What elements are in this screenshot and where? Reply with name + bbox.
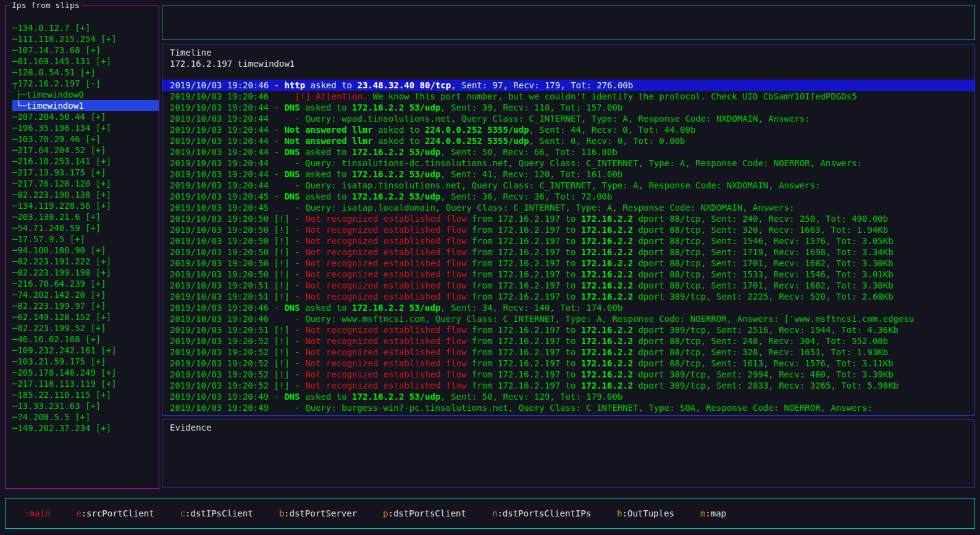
tree-item-ip[interactable]: ─217.76.128.120 [+]: [12, 178, 159, 189]
tree-item-ip[interactable]: ─82.223.190.138 [+]: [12, 189, 159, 200]
timeline-row[interactable]: 2019/10/03 19:20:52 [!] - Not recognized…: [162, 347, 974, 358]
timeline-row[interactable]: 2019/10/03 19:20:46 - DNS asked to 172.1…: [162, 302, 974, 313]
timeline-segment: 2019/10/03 19:20:44 - Query: wpad.tinsol…: [170, 114, 810, 124]
hotkey-n[interactable]: n:dstPortsClientIPs: [492, 508, 591, 518]
tree-item-ip[interactable]: ─216.70.64.239 [+]: [12, 278, 159, 289]
timeline-row[interactable]: 2019/10/03 19:20:44 - Not answered llmr …: [162, 135, 974, 146]
hotkey-label: :map: [705, 508, 726, 518]
timeline-segment: , Sent: 97, Recv: 179, Tot: 276.00b: [451, 80, 633, 90]
timeline-segment: from 172.16.2.197 to: [466, 247, 580, 257]
timeline-row[interactable]: 2019/10/03 19:20:50 [!] - Not recognized…: [162, 258, 974, 269]
timeline-segment: 172.16.2.2: [581, 336, 633, 346]
timeline-row[interactable]: 2019/10/03 19:20:44 - DNS asked to 172.1…: [162, 146, 974, 158]
tree-item-ip[interactable]: ─17.57.9.5 [+]: [12, 234, 159, 245]
timeline-row[interactable]: 2019/10/03 19:20:52 [!] - Not recognized…: [162, 380, 974, 391]
tree-item-ip[interactable]: ─13.33.231.63 [+]: [12, 400, 159, 411]
tree-item-ip[interactable]: ─217.64.204.52 [+]: [12, 145, 159, 156]
timeline-segment: , Sent: 39, Recv: 118, Tot: 157.00b: [440, 103, 622, 112]
timeline-segment: 2019/10/03 19:20:44 -: [170, 147, 284, 157]
timeline-row[interactable]: 2019/10/03 19:20:52 [!] - Not recognized…: [162, 369, 974, 380]
timeline-row[interactable]: 2019/10/03 19:20:50 [!] - Not recognized…: [162, 213, 974, 224]
timeline-row[interactable]: 2019/10/03 19:20:44 - Query: tinsolution…: [162, 158, 974, 169]
tree-item-ip[interactable]: ─82.223.199.97 [+]: [12, 300, 159, 311]
timeline-row[interactable]: 2019/10/03 19:20:45 - Query: isatap.loca…: [162, 202, 974, 213]
tree-item-ip[interactable]: ─216.10.253.141 [+]: [12, 156, 159, 167]
timeline-segment: 224.0.0.252 5355/udp: [425, 125, 529, 135]
timeline-list[interactable]: 2019/10/03 19:20:46 - http asked to 23.4…: [162, 69, 974, 413]
timeline-row[interactable]: 2019/10/03 19:20:46 [!] Attention. We kn…: [162, 91, 974, 102]
tree-item-ip[interactable]: ─128.0.54.51 [+]: [12, 67, 159, 78]
tree-item-ip[interactable]: ─74.202.142.20 [+]: [12, 289, 159, 300]
tree-item-ip[interactable]: ─185.22.110.115 [+]: [12, 389, 159, 400]
timeline-row[interactable]: 2019/10/03 19:20:44 - Not answered llmr …: [162, 124, 974, 135]
timeline-segment: 2019/10/03 19:20:52 [!] -: [170, 358, 305, 368]
timeline-segment: 2019/10/03 19:20:50 [!] -: [170, 247, 305, 257]
timeline-row[interactable]: 2019/10/03 19:20:52 [!] - Not recognized…: [162, 358, 974, 369]
ips-tree[interactable]: ─134.0.12.7 [+]─111.118.215.254 [+]─107.…: [6, 6, 159, 434]
hotkey-letter: c: [180, 508, 185, 518]
tree-item-ip[interactable]: ─109.232.242.161 [+]: [12, 345, 159, 356]
timeline-row[interactable]: 2019/10/03 19:20:50 [!] - Not recognized…: [162, 269, 974, 280]
timeline-row[interactable]: 2019/10/03 19:20:46 - http asked to 23.4…: [162, 80, 974, 91]
timeline-segment: 2019/10/03 19:20:44 -: [170, 103, 284, 112]
timeline-row[interactable]: 2019/10/03 19:20:51 [!] - Not recognized…: [162, 280, 974, 291]
tree-item-ip[interactable]: ─111.118.215.254 [+]: [12, 33, 159, 44]
timeline-segment: 172.16.2.2: [581, 292, 633, 301]
hotkey-c[interactable]: c:dstIPsClient: [180, 508, 253, 518]
timeline-row[interactable]: 2019/10/03 19:20:44 - DNS asked to 172.1…: [162, 102, 974, 113]
tree-item-ip[interactable]: ─196.35.198.134 [+]: [12, 122, 159, 133]
tree-item-timewindow[interactable]: └─timewindow1: [12, 100, 159, 111]
ips-tree-panel: Ips from slips ─134.0.12.7 [+]─111.118.2…: [5, 6, 159, 489]
timeline-row[interactable]: 2019/10/03 19:20:50 [!] - Not recognized…: [162, 246, 974, 258]
timeline-segment: dport 88/tcp, Sent: 1701, Recv: 1682, To…: [633, 258, 893, 268]
timeline-row[interactable]: 2019/10/03 19:20:50 [!] - Not recognized…: [162, 235, 974, 246]
timeline-segment: 172.16.2.2 53/udp: [352, 147, 440, 157]
tree-item-ip[interactable]: ┬172.16.2.197 [-]: [12, 78, 159, 89]
tree-item-ip[interactable]: ─82.223.199.198 [+]: [12, 267, 159, 278]
timeline-row[interactable]: 2019/10/03 19:20:49 - Query: burgess-win…: [162, 402, 974, 413]
timeline-row[interactable]: 2019/10/03 19:20:44 - Query: isatap.tins…: [162, 180, 974, 191]
tree-item-ip[interactable]: ─103.21.59.175 [+]: [12, 356, 159, 367]
hotkey-h[interactable]: h:OutTuples: [617, 508, 674, 518]
timeline-segment: 172.16.2.2: [581, 347, 633, 357]
timeline-row[interactable]: 2019/10/03 19:20:52 [!] - Not recognized…: [162, 335, 974, 347]
hotkey-e[interactable]: e:srcPortClient: [76, 508, 154, 518]
tree-item-ip[interactable]: ─134.119.228.56 [+]: [12, 200, 159, 211]
tree-item-ip[interactable]: ─94.100.180.90 [+]: [12, 245, 159, 256]
tree-item-ip[interactable]: ─207.204.50.44 [+]: [12, 111, 159, 122]
timeline-segment: Not recognized established flow: [305, 369, 466, 379]
tree-item-ip[interactable]: ─217.118.113.119 [+]: [12, 378, 159, 389]
timeline-segment: 2019/10/03 19:20:51 [!] -: [170, 325, 305, 335]
timeline-segment: DNS: [284, 392, 299, 402]
timeline-row[interactable]: 2019/10/03 19:20:51 [!] - Not recognized…: [162, 324, 974, 335]
timeline-row[interactable]: 2019/10/03 19:20:44 - DNS asked to 172.1…: [162, 169, 974, 180]
tree-item-timewindow[interactable]: ├─timewindow0: [12, 89, 159, 100]
tree-item-ip[interactable]: ─82.223.191.222 [+]: [12, 256, 159, 267]
tree-item-ip[interactable]: ─134.0.12.7 [+]: [12, 22, 159, 33]
tree-item-ip[interactable]: ─54.71.240.59 [+]: [12, 222, 159, 234]
tree-item-ip[interactable]: ─81.169.145.131 [+]: [12, 56, 159, 67]
tree-item-ip[interactable]: ─46.16.62.168 [+]: [12, 334, 159, 345]
timeline-row[interactable]: 2019/10/03 19:20:50 [!] - Not recognized…: [162, 224, 974, 235]
tree-item-ip[interactable]: ─203.130.21.6 [+]: [12, 211, 159, 222]
hotkey-b[interactable]: b:dstPortServer: [279, 508, 357, 518]
timeline-row[interactable]: 2019/10/03 19:20:51 [!] - Not recognized…: [162, 291, 974, 302]
tree-item-ip[interactable]: ─149.202.37.234 [+]: [12, 423, 159, 434]
tree-item-ip[interactable]: ─82.223.199.52 [+]: [12, 322, 159, 334]
timeline-segment: from 172.16.2.197 to: [466, 214, 580, 224]
tree-item-ip[interactable]: ─107.14.73.68 [+]: [12, 44, 159, 56]
tree-item-ip[interactable]: ─74.208.5.5 [+]: [12, 411, 159, 423]
tree-item-ip[interactable]: ─62.149.128.152 [+]: [12, 311, 159, 322]
tree-item-ip[interactable]: ─205.178.146.249 [+]: [12, 367, 159, 378]
hotkey-m[interactable]: m:map: [700, 508, 726, 518]
timeline-segment: DNS: [284, 303, 299, 313]
tree-item-ip[interactable]: ─217.13.93.175 [+]: [12, 167, 159, 178]
hotkey-main[interactable]: :main: [24, 508, 50, 518]
timeline-row[interactable]: 2019/10/03 19:20:45 - DNS asked to 172.1…: [162, 191, 974, 202]
timeline-segment: from 172.16.2.197 to: [466, 225, 580, 235]
hotkey-p[interactable]: p:dstPortsClient: [383, 508, 466, 518]
timeline-row[interactable]: 2019/10/03 19:20:49 - DNS asked to 172.1…: [162, 391, 974, 402]
timeline-row[interactable]: 2019/10/03 19:20:44 - Query: wpad.tinsol…: [162, 113, 974, 124]
timeline-row[interactable]: 2019/10/03 19:20:46 - Query: www.msftncs…: [162, 313, 974, 324]
tree-item-ip[interactable]: ─103.70.29.46 [+]: [12, 133, 159, 145]
